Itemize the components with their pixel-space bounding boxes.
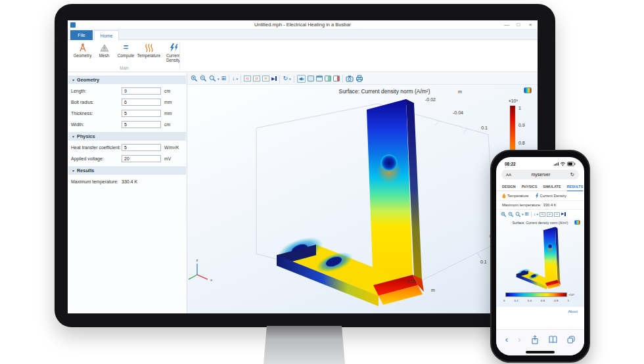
svg-text:1: 1	[518, 106, 521, 110]
compute-button[interactable]: = Compute	[115, 42, 137, 62]
tab-physics[interactable]: PHYSICS	[522, 185, 538, 191]
tab-results[interactable]: RESULTS	[567, 185, 584, 191]
field-bolt-radius: Bolt radius: mm	[68, 98, 187, 106]
bookmarks-icon[interactable]	[549, 336, 557, 344]
share-icon[interactable]	[531, 335, 539, 344]
lightning-icon	[535, 193, 539, 198]
svg-text:0.05: 0.05	[407, 279, 416, 284]
view-yz-icon[interactable]: yz	[253, 76, 260, 81]
fit-window-icon[interactable]: ⊞	[221, 76, 227, 81]
address-bar[interactable]: AA myserver ↻	[501, 170, 579, 179]
address-url[interactable]: myserver	[511, 172, 570, 177]
bolt-radius-input[interactable]	[122, 99, 161, 106]
window-titlebar: Untitled.mph - Electrical Heating in a B…	[68, 20, 538, 30]
tab-home[interactable]: Home	[94, 30, 119, 40]
field-max-temperature: Maximum temperature: 330.4 K	[68, 177, 187, 186]
go-to-view-icon[interactable]: ▶	[561, 212, 566, 216]
mesh-icon	[99, 42, 110, 53]
phone-plot-area[interactable]: Surface: Current density norm (A/m²) ×10…	[496, 219, 584, 307]
rotate-icon[interactable]: ↻	[283, 76, 288, 81]
max-temperature-row: Maximum temperature: 330.4 K	[496, 201, 584, 210]
zoom-in-icon[interactable]	[501, 212, 507, 217]
zoom-extents-caret-icon[interactable]: ▾	[522, 212, 524, 216]
length-input[interactable]	[122, 87, 161, 95]
tab-simulate[interactable]: SIMULATE	[543, 185, 561, 191]
default-view-caret-icon[interactable]: ▾	[237, 77, 239, 81]
image-view-dropdown[interactable]: ◀ ▾	[297, 75, 306, 83]
maximize-icon[interactable]: □	[513, 20, 524, 30]
tab-design[interactable]: DESIGN	[502, 185, 516, 191]
max-temperature-value: 330.4 K	[543, 203, 557, 207]
default-view-icon[interactable]: ↓	[534, 212, 536, 217]
forward-icon[interactable]: ›	[518, 335, 520, 344]
current-density-button[interactable]: Current Density	[161, 42, 185, 62]
phone-busbar-plot	[501, 225, 579, 291]
zoom-out-icon[interactable]	[508, 212, 514, 217]
applied-voltage-input[interactable]	[122, 155, 161, 162]
desktop-screen: Untitled.mph - Electrical Heating in a B…	[68, 20, 538, 313]
rotate-caret-icon[interactable]: ▾	[289, 77, 291, 81]
zoom-extents-icon[interactable]	[209, 75, 216, 82]
zoom-extents-icon[interactable]	[515, 212, 521, 217]
max-temperature-value: 330.4 K	[122, 179, 183, 184]
default-view-icon[interactable]: ↓	[232, 76, 235, 81]
flame-icon	[502, 193, 506, 198]
scene-caret-icon: ▾	[302, 77, 304, 81]
zoom-extents-caret-icon[interactable]: ▾	[218, 77, 219, 81]
show-graphics-window-icon[interactable]	[325, 76, 331, 81]
default-view-caret-icon[interactable]: ▾	[537, 212, 539, 216]
width-input[interactable]	[122, 121, 161, 128]
minimize-icon[interactable]: —	[501, 20, 513, 30]
svg-text:0.8: 0.8	[518, 141, 525, 145]
view-zx-icon[interactable]: zx	[262, 76, 269, 81]
phone-colorbar-exponent: ×10⁶	[568, 293, 574, 296]
svg-text:0.9: 0.9	[518, 123, 525, 127]
print-icon[interactable]	[356, 75, 363, 82]
phone-graphics-toolbar: ▾ ⊞ ↓ ▾ xy yz zx ▶	[496, 210, 584, 219]
section-header-physics[interactable]: ▾ Physics	[68, 132, 186, 141]
svg-text:z: z	[196, 258, 198, 262]
home-indicator[interactable]	[496, 349, 584, 355]
temperature-button[interactable]: Temperature	[137, 42, 161, 62]
close-icon[interactable]: ×	[524, 20, 536, 30]
about-link[interactable]: About	[568, 309, 578, 313]
field-applied-voltage: Applied voltage: mV	[68, 154, 187, 163]
phone-plot-title: Surface: Current density norm (A/m²)	[496, 221, 584, 225]
plot-area[interactable]: Surface: Current density norm (A/m²) m -…	[187, 85, 538, 313]
section-header-results[interactable]: ▾ Results	[68, 166, 186, 175]
section-header-geometry[interactable]: ▾ Geometry	[68, 76, 186, 84]
tab-file[interactable]: File	[70, 30, 93, 40]
reader-button[interactable]: AA	[506, 173, 511, 177]
legend-toggle-button[interactable]	[574, 220, 580, 225]
heat-transfer-input[interactable]	[122, 144, 161, 151]
toolbar-separator	[531, 212, 532, 217]
view-zx-icon[interactable]: zx	[554, 212, 560, 217]
cellular-signal-icon	[554, 162, 559, 166]
copy-plot-icon[interactable]	[308, 76, 314, 81]
reload-icon[interactable]: ↻	[570, 171, 574, 177]
zoom-out-icon[interactable]	[200, 75, 207, 82]
temperature-chip[interactable]: Temperature	[502, 193, 529, 198]
svg-text:0.1: 0.1	[480, 260, 487, 264]
go-to-view-icon[interactable]: ▶	[271, 76, 277, 81]
back-icon[interactable]: ‹	[505, 335, 508, 344]
snapshot-camera-icon[interactable]	[346, 75, 354, 82]
mesh-button[interactable]: Mesh	[93, 42, 115, 62]
view-yz-icon[interactable]: yz	[547, 212, 553, 217]
view-xy-icon[interactable]: xy	[540, 212, 545, 217]
fit-window-icon[interactable]: ⊞	[525, 212, 529, 217]
phone-colorbar	[505, 292, 567, 297]
app-icon	[70, 22, 76, 28]
zoom-in-icon[interactable]	[191, 75, 198, 82]
geometry-button[interactable]: Geometry	[72, 42, 93, 62]
show-plot-window-icon[interactable]	[333, 76, 340, 81]
toolbar-separator	[229, 75, 229, 83]
current-density-chip[interactable]: Current Density	[535, 193, 566, 198]
tabs-icon[interactable]	[567, 336, 575, 344]
view-xy-icon[interactable]: xy	[244, 76, 251, 81]
phone-screen: 08:22 AA myserver ↻ DESIGN PHYSICS SIMUL…	[496, 157, 584, 355]
thickness-input[interactable]	[122, 110, 161, 117]
phone-colorbar-ticks: 0 0.2 0.4 0.6 0.8 1	[503, 299, 569, 302]
geometry-icon	[78, 42, 88, 53]
show-settings-window-icon[interactable]	[316, 76, 323, 81]
